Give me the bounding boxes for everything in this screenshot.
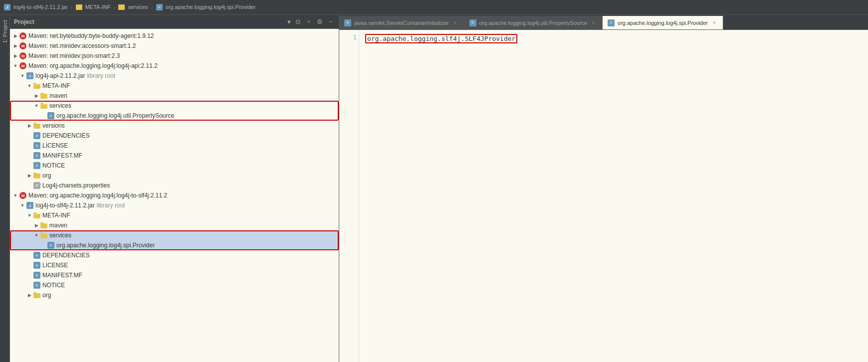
file-icon-notice1: ≡ (33, 162, 41, 170)
tree-arrow-maven5[interactable] (12, 192, 19, 199)
tab-close-3[interactable]: × (711, 19, 718, 26)
tree-item-manifest1[interactable]: ≡ MANIFEST.MF (10, 151, 339, 161)
tree-arrow-maven4[interactable] (12, 62, 19, 69)
left-tab-label[interactable]: 1: Project (1, 17, 9, 46)
tree-item-metainf2[interactable]: META-INF (10, 210, 339, 220)
folder-icon-org1 (33, 172, 41, 180)
tree-label-maven-folder2: maven (49, 222, 67, 229)
breadcrumb-file: ≡ org.apache.logging.log4j.spi.Provider (156, 4, 256, 11)
maven-icon-5: M (19, 191, 27, 199)
tree-label-maven3: Maven: net.minidev:json-smart:2.3 (28, 52, 120, 59)
main-content: 1: Project Project ▼ ⊙ ÷ ⚙ − (0, 15, 868, 362)
tree-item-maven-folder2[interactable]: maven (10, 220, 339, 230)
tree-label-jar2: log4j-to-slf4j-2.11.2.jar (35, 202, 95, 209)
tree-item-manifest2[interactable]: ≡ MANIFEST.MF (10, 270, 339, 280)
tree-label-maven4: Maven: org.apache.logging.log4j:log4j-ap… (28, 62, 158, 69)
sidebar-icon-divide[interactable]: ÷ (305, 18, 313, 26)
tab-bar: ≡ javax.servlet.ServletContainerInitiali… (339, 15, 868, 30)
tree-item-maven4[interactable]: M Maven: org.apache.logging.log4j:log4j-… (10, 61, 339, 71)
tree-arrow-versions[interactable] (26, 122, 33, 129)
tree-label-maven5: Maven: org.apache.logging.log4j:log4j-to… (28, 192, 167, 199)
sidebar-dropdown-arrow[interactable]: ▼ (286, 19, 292, 25)
tree-arrow-maven3[interactable] (12, 52, 19, 59)
tree-label-mf2: MANIFEST.MF (42, 272, 82, 279)
tree-item-license1[interactable]: ≡ LICENSE (10, 141, 339, 151)
tree-label-services2: services (49, 232, 71, 239)
breadcrumb-metainf: META-INF (76, 4, 111, 10)
tree-item-maven5[interactable]: M Maven: org.apache.logging.log4j:log4j-… (10, 190, 339, 200)
tree-item-org1[interactable]: org (10, 171, 339, 181)
tree-item-versions[interactable]: versions (10, 121, 339, 131)
services-group-2: services ≡ org.apache.logging.log4j.spi.… (10, 230, 339, 250)
tree-item-license2[interactable]: ≡ LICENSE (10, 260, 339, 270)
editor-area: ≡ javax.servlet.ServletContainerInitiali… (339, 15, 868, 362)
maven-icon-2: M (19, 42, 27, 50)
tree-item-metainf1[interactable]: META-INF (10, 81, 339, 91)
editor-content-text: org.apache.logging.slf4j.SLF4JProvider (367, 35, 515, 42)
tab-close-1[interactable]: × (452, 19, 459, 26)
tree-item-notice1[interactable]: ≡ NOTICE (10, 161, 339, 171)
tab-icon-2: ≡ (469, 19, 476, 26)
tree-label-org1: org (42, 172, 51, 179)
tree-item-services1[interactable]: services (10, 101, 339, 111)
tree-item-services2[interactable]: services (10, 230, 339, 240)
sidebar-icons: ⊙ ÷ ⚙ − (294, 18, 335, 26)
tree-label-dep1: DEPENDENCIES (42, 132, 90, 139)
tab-servletcontainerinitializer[interactable]: ≡ javax.servlet.ServletContainerInitiali… (339, 16, 464, 29)
jar-icon-1: J (26, 72, 34, 80)
editor-text-area[interactable]: org.apache.logging.slf4j.SLF4JProvider (359, 30, 868, 362)
editor-cursor-line: org.apache.logging.slf4j.SLF4JProvider (365, 34, 517, 43)
tree-view[interactable]: M Maven: net.bytebuddy:byte-buddy-agent:… (10, 29, 339, 362)
tree-arrow-jar1[interactable] (19, 72, 26, 79)
tree-item-log4jcharsets[interactable]: P Log4j-charsets.properties (10, 181, 339, 190)
file-icon-provider: ≡ (47, 241, 55, 249)
sidebar-icon-sync[interactable]: ⊙ (294, 18, 302, 26)
tree-arrow-jar2[interactable] (19, 202, 26, 209)
line-numbers: 1 (339, 30, 359, 362)
tree-item-propertysource[interactable]: ≡ org.apache.logging.log4j.util.Property… (10, 111, 339, 121)
tree-item-org2[interactable]: org (10, 290, 339, 300)
tree-arrow-org1[interactable] (26, 172, 33, 179)
tree-item-dependencies2[interactable]: ≡ DEPENDENCIES (10, 250, 339, 260)
tree-arrow-maven1[interactable] (12, 32, 19, 39)
breadcrumb-services: services (118, 4, 148, 10)
tab-close-2[interactable]: × (590, 19, 597, 26)
folder-icon-org2 (33, 291, 41, 299)
tree-item-maven1[interactable]: M Maven: net.bytebuddy:byte-buddy-agent:… (10, 31, 339, 41)
tree-item-provider[interactable]: ≡ org.apache.logging.log4j.spi.Provider (10, 240, 339, 250)
project-sidebar: Project ▼ ⊙ ÷ ⚙ − M Maven: net.bytebuddy… (10, 15, 339, 362)
tree-item-jar1[interactable]: J log4j-api-2.11.2.jar library root (10, 71, 339, 81)
services-group-1: services ≡ org.apache.logging.log4j.util… (10, 101, 339, 121)
tab-propertysource[interactable]: ≡ org.apache.logging.log4j.util.Property… (464, 16, 603, 29)
tab-label-2: org.apache.logging.log4j.util.PropertySo… (479, 20, 587, 26)
tree-arrow-org2[interactable] (26, 292, 33, 299)
tree-arrow-maven-folder[interactable] (33, 92, 40, 99)
tree-arrow-services1[interactable] (33, 102, 40, 109)
tree-arrow-maven-folder2[interactable] (33, 222, 40, 229)
tree-item-maven3[interactable]: M Maven: net.minidev:json-smart:2.3 (10, 51, 339, 61)
tree-item-dependencies1[interactable]: ≡ DEPENDENCIES (10, 131, 339, 141)
file-icon-notice2: ≡ (33, 281, 41, 289)
tree-arrow-metainf1[interactable] (26, 82, 33, 89)
folder-icon-metainf2 (33, 211, 41, 219)
title-bar: J log4j-to-slf4j-2.11.2.jar › META-INF ›… (0, 0, 868, 15)
tab-provider[interactable]: ≡ org.apache.logging.log4j.spi.Provider … (603, 16, 723, 29)
tree-item-maven2[interactable]: M Maven: net.minidev:accessors-smart:1.2 (10, 41, 339, 51)
file-icon-dep1: ≡ (33, 132, 41, 140)
tree-arrow-metainf2[interactable] (26, 212, 33, 219)
editor-content: 1 org.apache.logging.slf4j.SLF4JProvider (339, 30, 868, 362)
sidebar-icon-minimize[interactable]: − (327, 18, 335, 26)
tree-label-jar1: log4j-api-2.11.2.jar (35, 72, 85, 79)
breadcrumb-jar: J log4j-to-slf4j-2.11.2.jar (4, 4, 68, 11)
tree-label-propertysource: org.apache.logging.log4j.util.PropertySo… (56, 112, 174, 119)
tree-item-jar2[interactable]: J log4j-to-slf4j-2.11.2.jar library root (10, 200, 339, 210)
line-number-1: 1 (353, 34, 357, 41)
tree-arrow-services2[interactable] (33, 232, 40, 239)
tree-arrow-maven2[interactable] (12, 42, 19, 49)
tree-label-maven1: Maven: net.bytebuddy:byte-buddy-agent:1.… (28, 32, 154, 39)
sidebar-icon-settings[interactable]: ⚙ (316, 18, 324, 26)
tab-icon-3: ≡ (608, 19, 615, 26)
tree-item-maven-folder[interactable]: maven (10, 91, 339, 101)
folder-icon-maven2 (40, 221, 48, 229)
tree-item-notice2[interactable]: ≡ NOTICE (10, 280, 339, 290)
